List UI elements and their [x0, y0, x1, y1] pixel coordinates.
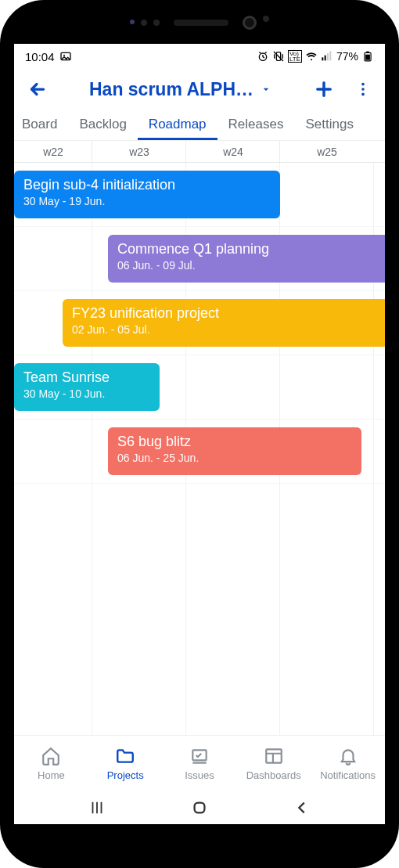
- epic-row: S6 bug blitz06 Jun. - 25 Jun.: [14, 420, 385, 484]
- epic-row: Begin sub-4 initialization30 May - 19 Ju…: [14, 163, 385, 227]
- nav-issues[interactable]: Issues: [163, 736, 237, 791]
- epic-title: S6 bug blitz: [117, 434, 352, 450]
- back-system-button[interactable]: [286, 792, 318, 823]
- nav-label: Dashboards: [246, 769, 301, 781]
- nav-projects[interactable]: Projects: [88, 736, 163, 791]
- chevron-down-icon: [260, 83, 272, 95]
- app-bar: Han scrum ALPH…: [14, 69, 385, 110]
- tab-backlog[interactable]: Backlog: [68, 110, 137, 140]
- status-bar: 10:04 Vo)LTE 77%: [14, 44, 385, 69]
- tab-releases[interactable]: Releases: [217, 110, 295, 140]
- system-nav: [14, 791, 385, 824]
- week-label: w23: [92, 141, 186, 162]
- epic-date-range: 06 Jun. - 09 Jul.: [117, 259, 380, 272]
- arrow-left-icon: [27, 79, 48, 99]
- tab-board[interactable]: Board: [14, 110, 68, 140]
- image-icon: [59, 50, 72, 63]
- plus-icon: [313, 78, 335, 100]
- bottom-nav: Home Projects Issues Dashboards Notifica…: [14, 735, 385, 791]
- home-icon: [41, 746, 61, 766]
- epic-title: Begin sub-4 initialization: [23, 177, 271, 193]
- svg-point-1: [63, 55, 65, 56]
- add-button[interactable]: [307, 72, 341, 106]
- epic-date-range: 02 Jun. - 05 Jul.: [72, 323, 382, 336]
- home-button[interactable]: [184, 792, 215, 823]
- overflow-button[interactable]: [346, 72, 380, 106]
- svg-point-11: [361, 83, 365, 86]
- svg-point-12: [361, 88, 365, 91]
- recents-icon: [88, 799, 106, 816]
- epic-title: Commence Q1 planning: [117, 241, 380, 258]
- svg-rect-10: [365, 55, 370, 60]
- alarm-icon: [257, 50, 269, 63]
- svg-rect-6: [327, 53, 329, 60]
- epic-bar[interactable]: S6 bug blitz06 Jun. - 25 Jun.: [108, 427, 361, 475]
- nav-label: Projects: [107, 769, 144, 781]
- nav-label: Notifications: [320, 769, 376, 781]
- epic-bar[interactable]: Team Sunrise30 May - 10 Jun.: [14, 363, 160, 411]
- folder-icon: [115, 746, 135, 766]
- week-header: w22 w23 w24 w25: [14, 141, 385, 163]
- svg-rect-16: [195, 803, 205, 813]
- epic-row: FY23 unification project02 Jun. - 05 Jul…: [14, 291, 385, 355]
- status-time: 10:04: [25, 50, 55, 63]
- bell-icon: [338, 746, 358, 766]
- svg-rect-5: [325, 56, 326, 61]
- week-label: w25: [280, 141, 374, 162]
- chevron-left-icon: [293, 799, 311, 816]
- nav-notifications[interactable]: Notifications: [311, 736, 385, 791]
- svg-rect-4: [322, 57, 323, 60]
- epic-date-range: 06 Jun. - 25 Jun.: [117, 452, 352, 464]
- wifi-icon: [305, 50, 318, 63]
- recents-button[interactable]: [81, 792, 113, 823]
- epic-date-range: 30 May - 10 Jun.: [23, 387, 150, 400]
- epic-row: Commence Q1 planning06 Jun. - 09 Jul.: [14, 227, 385, 291]
- nav-home[interactable]: Home: [14, 736, 88, 791]
- signal-icon: [321, 50, 333, 63]
- nav-dashboards[interactable]: Dashboards: [236, 736, 311, 791]
- epic-bar[interactable]: FY23 unification project02 Jun. - 05 Jul…: [63, 299, 385, 347]
- epic-bar[interactable]: Begin sub-4 initialization30 May - 19 Ju…: [14, 171, 280, 218]
- epic-row: Team Sunrise30 May - 10 Jun.: [14, 355, 385, 420]
- more-vertical-icon: [354, 81, 372, 98]
- nav-label: Home: [38, 769, 65, 781]
- epic-title: Team Sunrise: [23, 369, 150, 386]
- status-right: Vo)LTE 77%: [257, 50, 374, 63]
- battery-icon: [361, 50, 374, 63]
- vibrate-mute-icon: [272, 50, 285, 63]
- svg-rect-7: [329, 51, 331, 60]
- roadmap-timeline[interactable]: Begin sub-4 initialization30 May - 19 Ju…: [14, 163, 385, 735]
- project-title: Han scrum ALPH…: [89, 79, 253, 100]
- home-system-icon: [191, 799, 208, 816]
- issues-icon: [189, 746, 210, 766]
- view-tabs: Board Backlog Roadmap Releases Settings: [14, 110, 385, 141]
- battery-level: 77%: [336, 50, 358, 63]
- epic-title: FY23 unification project: [72, 305, 382, 322]
- dashboards-icon: [264, 746, 284, 766]
- back-button[interactable]: [20, 72, 55, 106]
- week-label: w24: [186, 141, 280, 162]
- svg-rect-9: [366, 52, 369, 53]
- volte-icon: Vo)LTE: [288, 50, 302, 63]
- project-switcher[interactable]: Han scrum ALPH…: [59, 79, 302, 100]
- week-label: w22: [14, 141, 92, 162]
- epic-bar[interactable]: Commence Q1 planning06 Jun. - 09 Jul.: [108, 235, 385, 283]
- epic-date-range: 30 May - 19 Jun.: [23, 195, 271, 207]
- svg-point-13: [361, 93, 365, 96]
- tab-roadmap[interactable]: Roadmap: [138, 110, 217, 140]
- nav-label: Issues: [185, 769, 214, 781]
- tab-settings[interactable]: Settings: [294, 110, 364, 140]
